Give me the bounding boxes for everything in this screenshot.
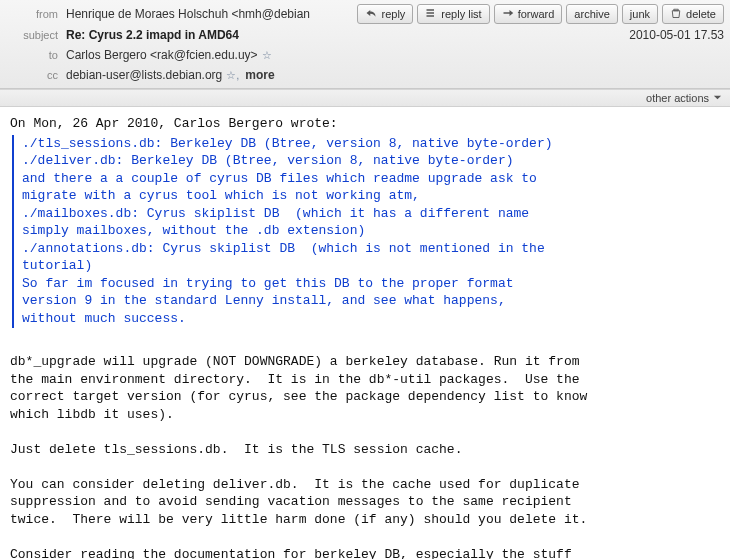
chevron-down-icon — [713, 92, 722, 104]
reply-list-label: reply list — [441, 8, 481, 20]
quote-intro: On Mon, 26 Apr 2010, Carlos Bergero wrot… — [10, 116, 338, 131]
trash-icon — [670, 7, 682, 21]
subject-value: Re: Cyrus 2.2 imapd in AMD64 — [66, 28, 239, 42]
star-icon[interactable]: ☆ — [262, 49, 272, 62]
archive-label: archive — [574, 8, 609, 20]
svg-rect-1 — [427, 12, 435, 14]
reply-label: reply — [381, 8, 405, 20]
cc-value: debian-user@lists.debian.org — [66, 68, 222, 82]
actions-bar: other actions — [0, 89, 730, 106]
list-icon — [425, 7, 437, 21]
star-icon[interactable]: ☆, — [226, 69, 239, 82]
to-row: to Carlos Bergero <rak@fcien.edu.uy> ☆ — [6, 46, 724, 64]
archive-button[interactable]: archive — [566, 4, 617, 24]
forward-icon — [502, 7, 514, 21]
paragraph: Just delete tls_sessions.db. It is the T… — [10, 442, 462, 457]
message-header: from Henrique de Moraes Holschuh <hmh@de… — [0, 0, 730, 89]
mail-message-window: from Henrique de Moraes Holschuh <hmh@de… — [0, 0, 730, 559]
other-actions-label: other actions — [646, 92, 709, 104]
forward-label: forward — [518, 8, 555, 20]
reply-list-button[interactable]: reply list — [417, 4, 489, 24]
cc-label: cc — [6, 69, 58, 81]
paragraph: You can consider deleting deliver.db. It… — [10, 477, 587, 527]
delete-button[interactable]: delete — [662, 4, 724, 24]
junk-button[interactable]: junk — [622, 4, 658, 24]
paragraph: Consider reading the documentation for b… — [10, 547, 580, 559]
subject-label: subject — [6, 29, 58, 41]
to-label: to — [6, 49, 58, 61]
forward-button[interactable]: forward — [494, 4, 563, 24]
delete-label: delete — [686, 8, 716, 20]
message-date: 2010-05-01 17.53 — [629, 28, 724, 42]
cc-row: cc debian-user@lists.debian.org ☆, more — [6, 66, 724, 84]
reply-icon — [365, 7, 377, 21]
subject-row: subject Re: Cyrus 2.2 imapd in AMD64 201… — [6, 26, 724, 44]
svg-rect-0 — [427, 9, 435, 11]
junk-label: junk — [630, 8, 650, 20]
message-toolbar: reply reply list forward archive junk — [357, 4, 724, 24]
paragraph: db*_upgrade will upgrade (NOT DOWNGRADE)… — [10, 354, 587, 422]
message-body-wrap: On Mon, 26 Apr 2010, Carlos Bergero wrot… — [0, 106, 730, 559]
from-value: Henrique de Moraes Holschuh <hmh@debian — [66, 7, 310, 21]
other-actions-menu[interactable]: other actions — [646, 92, 722, 104]
more-toggle[interactable]: more — [245, 68, 274, 82]
quoted-block: ./tls_sessions.db: Berkeley DB (Btree, v… — [12, 135, 720, 328]
message-body[interactable]: On Mon, 26 Apr 2010, Carlos Bergero wrot… — [0, 107, 730, 559]
from-label: from — [6, 8, 58, 20]
from-row: from Henrique de Moraes Holschuh <hmh@de… — [6, 4, 724, 24]
to-value: Carlos Bergero <rak@fcien.edu.uy> — [66, 48, 258, 62]
reply-button[interactable]: reply — [357, 4, 413, 24]
svg-rect-2 — [427, 15, 435, 17]
